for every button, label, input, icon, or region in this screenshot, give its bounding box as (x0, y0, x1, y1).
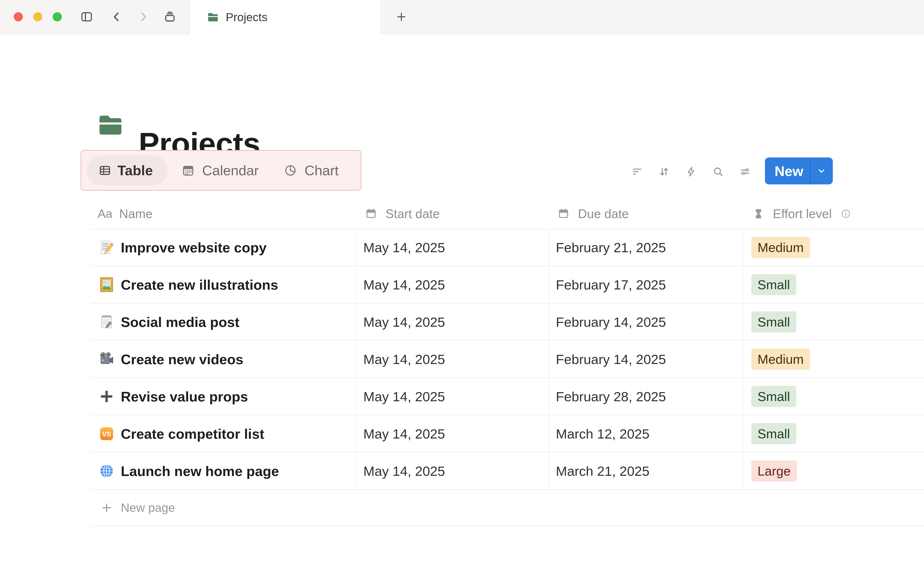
text-type-icon: Aa (98, 207, 112, 221)
tab-table-label: Table (118, 162, 153, 178)
column-header-start-date[interactable]: Start date (365, 206, 439, 221)
row-name[interactable]: Social media post (121, 314, 239, 330)
memo-icon (99, 240, 114, 255)
row-due-date[interactable]: February 14, 2025 (556, 314, 666, 330)
spiral-notepad-icon (99, 314, 114, 329)
effort-badge[interactable]: Small (751, 423, 796, 444)
table-row[interactable]: Revise value props May 14, 2025 February… (91, 378, 924, 415)
tabs-overview-icon[interactable] (163, 10, 177, 24)
filter-icon[interactable] (632, 166, 643, 177)
column-header-name[interactable]: Aa Name (98, 206, 153, 221)
row-name[interactable]: Improve website copy (121, 239, 267, 255)
effort-badge[interactable]: Small (751, 386, 796, 407)
tab-calendar[interactable]: Calendar (181, 162, 258, 178)
green-folder-icon (207, 11, 219, 23)
row-start-date[interactable]: May 14, 2025 (363, 277, 445, 292)
calendar-icon (557, 208, 570, 220)
movie-camera-icon (99, 352, 114, 367)
automation-icon[interactable] (685, 166, 697, 177)
sort-icon[interactable] (658, 166, 670, 177)
new-button-label[interactable]: New (765, 158, 810, 184)
forward-icon[interactable] (137, 10, 150, 24)
tab-chart-label: Chart (304, 162, 339, 178)
effort-badge[interactable]: Small (751, 274, 796, 295)
column-header-effort-level[interactable]: Effort level (752, 206, 851, 221)
sidebar-toggle-icon[interactable] (80, 10, 94, 24)
minimize-window-button[interactable] (33, 12, 42, 21)
effort-badge[interactable]: Medium (751, 349, 810, 370)
tab-table[interactable]: Table (87, 155, 168, 185)
page-folder-icon[interactable] (97, 111, 124, 139)
row-due-date[interactable]: March 21, 2025 (556, 463, 649, 479)
new-page-label: New page (121, 501, 175, 515)
row-due-date[interactable]: February 14, 2025 (556, 351, 666, 367)
search-icon[interactable] (712, 166, 724, 177)
row-start-date[interactable]: May 14, 2025 (363, 351, 445, 367)
calendar-icon (365, 208, 377, 220)
table-row[interactable]: Improve website copy May 14, 2025 Februa… (91, 229, 924, 266)
table-row[interactable]: Create new illustrations May 14, 2025 Fe… (91, 266, 924, 303)
column-header-due-date[interactable]: Due date (557, 206, 629, 221)
zoom-window-button[interactable] (53, 12, 62, 21)
tab-chart[interactable]: Chart (284, 162, 339, 178)
row-start-date[interactable]: May 14, 2025 (363, 463, 445, 479)
chevron-down-icon (816, 166, 827, 176)
pie-chart-icon (284, 164, 297, 177)
table-icon (98, 164, 111, 177)
row-name[interactable]: Revise value props (121, 388, 248, 405)
info-icon[interactable] (840, 208, 851, 219)
row-due-date[interactable]: March 12, 2025 (556, 426, 649, 442)
close-window-button[interactable] (14, 12, 23, 21)
view-toolbar (632, 166, 751, 177)
table-row[interactable]: Create new videos May 14, 2025 February … (91, 341, 924, 378)
row-name[interactable]: Create new videos (121, 351, 243, 367)
back-icon[interactable] (110, 10, 123, 24)
table-header: Aa Name Start date Due date Effort level (91, 198, 924, 229)
settings-sliders-icon[interactable] (739, 166, 751, 177)
table-row[interactable]: Launch new home page May 14, 2025 March … (91, 453, 924, 490)
new-tab-icon[interactable] (396, 11, 407, 23)
calendar-icon (181, 164, 195, 177)
row-due-date[interactable]: February 21, 2025 (556, 239, 666, 255)
new-page-row[interactable]: New page (91, 490, 924, 526)
table-row[interactable]: Create competitor list May 14, 2025 Marc… (91, 415, 924, 453)
hourglass-icon (752, 208, 765, 220)
new-button[interactable]: New (765, 158, 833, 184)
globe-icon (99, 464, 114, 479)
row-name[interactable]: Create competitor list (121, 425, 264, 442)
window-titlebar: Projects (0, 0, 924, 34)
view-tabs-highlight: Table Calendar Chart (81, 150, 362, 191)
row-start-date[interactable]: May 14, 2025 (363, 426, 445, 442)
tab-title: Projects (226, 11, 267, 24)
plus-icon (99, 389, 114, 404)
effort-badge[interactable]: Large (751, 460, 797, 482)
tab-projects[interactable]: Projects (190, 0, 380, 34)
row-start-date[interactable]: May 14, 2025 (363, 239, 445, 255)
framed-picture-icon (99, 277, 114, 292)
vs-icon (99, 426, 114, 441)
new-dropdown-button[interactable] (810, 158, 833, 184)
plus-icon (100, 502, 113, 514)
row-start-date[interactable]: May 14, 2025 (363, 388, 445, 404)
row-start-date[interactable]: May 14, 2025 (363, 314, 445, 330)
effort-badge[interactable]: Medium (751, 237, 810, 258)
row-due-date[interactable]: February 17, 2025 (556, 277, 666, 292)
table-body: Improve website copy May 14, 2025 Februa… (91, 229, 924, 526)
effort-badge[interactable]: Small (751, 311, 796, 332)
table-row[interactable]: Social media post May 14, 2025 February … (91, 303, 924, 341)
row-due-date[interactable]: February 28, 2025 (556, 388, 666, 404)
row-name[interactable]: Create new illustrations (121, 276, 278, 293)
row-name[interactable]: Launch new home page (121, 463, 279, 479)
notion-window: Projects Projects Table Calendar Chart N… (0, 0, 924, 577)
tab-calendar-label: Calendar (202, 162, 258, 178)
